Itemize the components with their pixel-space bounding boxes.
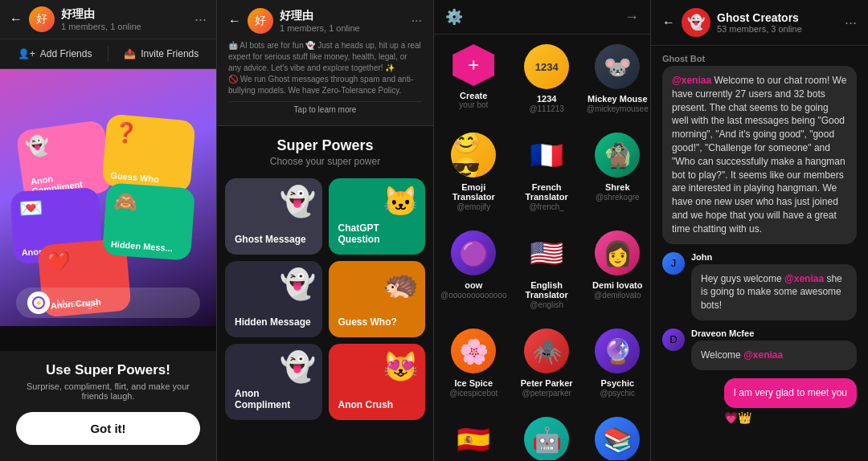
group-members: 53 members, 3 online	[717, 24, 838, 34]
hidden-message-card[interactable]: 👻 Hidden Message	[225, 261, 322, 337]
bot-item-peterparker[interactable]: 🕷️ Peter Parker @peterparker	[513, 319, 579, 407]
bot-item-icespice[interactable]: 🌸 Ice Spice @icespicebot	[434, 319, 513, 407]
ghost-icon: 👻	[280, 185, 316, 218]
card-label: ChatGPT Question	[338, 222, 416, 245]
bot-name: Psychic	[600, 378, 634, 388]
bot-handle: @icespicebot	[449, 389, 497, 398]
bot-item-emoji[interactable]: 😊😎 Emoji Translator @emojify	[434, 123, 513, 221]
super-powers-title: Super Powers	[225, 137, 425, 154]
chat-members: 1 members, 1 online	[61, 22, 188, 31]
card-icon: 🙈	[113, 190, 139, 214]
create-bot-item[interactable]: + Create your bot	[434, 35, 513, 123]
bot-item-psychic[interactable]: 🔮 Psychic @psychic	[580, 319, 650, 407]
bot-item-mickey[interactable]: 🐭 Mickey Mouse @mickeymousee	[580, 35, 650, 123]
card-label: Anon Crush	[338, 399, 416, 410]
ghost-message-card[interactable]: 👻 Ghost Message	[225, 178, 322, 255]
card-icon: 💌	[18, 197, 43, 221]
guess-who-card[interactable]: ❓ Guess Who	[101, 113, 195, 193]
message-item: Ghost Bot @xeniaa Welcome to our chat ro…	[662, 54, 857, 244]
bolt-icon: ⚡	[32, 296, 45, 309]
create-hex-button[interactable]: +	[452, 44, 494, 86]
bot-item-studybuddy[interactable]: 📚 Study Buddy @studybuddy	[580, 407, 650, 460]
create-sublabel: your bot	[459, 100, 488, 109]
message-bubble: Hey guys welcome @xeniaa she is going to…	[691, 264, 857, 320]
message-bubble: @xeniaa Welcome to our chat room! We hav…	[662, 66, 857, 244]
bot-grid: + Create your bot 1234 1234 @111213 🐭 Mi…	[434, 35, 650, 460]
back-button[interactable]: ←	[228, 14, 241, 28]
super-power-subtitle: Surprise, compliment, flirt, and make yo…	[16, 381, 200, 401]
back-button[interactable]: ←	[662, 15, 675, 30]
bot-item-shrek[interactable]: 🧌 Shrek @shrekogre	[580, 123, 650, 221]
bot-name: Mickey Mouse	[588, 94, 648, 104]
power-icon: ⚡	[27, 292, 50, 314]
message-avatar: D	[662, 328, 685, 351]
hidden-message-card[interactable]: 🙈 Hidden Mess...	[102, 182, 195, 260]
bot-name: Peter Parker	[521, 378, 573, 388]
message-content: Draveon Mcfee Welcome @xeniaa	[691, 328, 857, 370]
panel2-header: ← 好 好理由 1 members, 1 online ··· 🤖 AI bot…	[217, 0, 433, 126]
bot-name: Demi lovato	[592, 280, 642, 290]
message-item-sent: I am very glad to meet you 💗👑	[662, 378, 857, 424]
card-icon: ❤️	[46, 249, 72, 274]
card-icon: ❓	[113, 120, 139, 145]
super-power-footer: Use Super Powers! Surprise, compliment, …	[0, 351, 216, 461]
bot-item-gpt35[interactable]: 🤖 GPT3.5 @gpt35	[513, 407, 579, 460]
chatgpt-card[interactable]: 🐱 ChatGPT Question	[329, 178, 426, 255]
tap-to-learn-link[interactable]: Tap to learn more	[228, 101, 422, 117]
bot-name: 1234	[537, 94, 556, 104]
bot-handle: @demilovato	[594, 291, 641, 300]
panel-ghost-creators-chat: ← 👻 Ghost Creators 53 members, 3 online …	[651, 0, 868, 461]
bot-avatar: 1234	[524, 44, 569, 89]
super-power-title: Use Super Powers!	[16, 362, 200, 378]
create-label: Create	[460, 91, 487, 100]
super-powers-panel: Super Powers Choose your super power 👻 G…	[217, 126, 433, 431]
more-icon[interactable]: ···	[194, 11, 207, 28]
card-label: Hidden Mess...	[111, 239, 174, 253]
avatar: 好	[29, 6, 55, 32]
more-icon[interactable]: ···	[411, 14, 422, 28]
bot-item-french[interactable]: 🇫🇷 French Translator @french_	[513, 123, 579, 221]
avatar: 好	[248, 8, 273, 34]
bot-name: Emoji Translator	[440, 182, 506, 202]
invite-friends-button[interactable]: 📤 Invite Friends	[124, 48, 199, 59]
settings-icon[interactable]: ⚙️	[445, 8, 463, 26]
panel-superpowers-intro: ← 好 好理由 1 members, 1 online ··· 👤+ Add F…	[0, 0, 217, 461]
message-sender: Draveon Mcfee	[691, 328, 857, 338]
card-label: Guess Who?	[338, 316, 416, 328]
message-avatar: J	[662, 252, 685, 275]
bot-item-oow[interactable]: 🟣 oow @ooooooooooooo	[434, 221, 513, 319]
bot-item-english[interactable]: 🇺🇸 English Translator @english	[513, 221, 579, 319]
card-label: Hidden Message	[235, 316, 313, 328]
got-it-button[interactable]: Got it!	[16, 412, 200, 445]
message-input-bar[interactable]: ⚡ Message	[16, 288, 200, 318]
bot-handle: @ooooooooooooo	[440, 291, 506, 300]
forward-icon[interactable]: →	[624, 9, 639, 26]
anon-compliment-card[interactable]: 👻 Anon Compliment	[225, 344, 322, 420]
add-friends-button[interactable]: 👤+ Add Friends	[18, 48, 92, 59]
panel4-header: ← 👻 Ghost Creators 53 members, 3 online …	[651, 0, 868, 46]
guess-who-card[interactable]: 🦔 Guess Who?	[329, 261, 426, 337]
add-friends-icon: 👤+	[18, 48, 35, 59]
more-icon[interactable]: ···	[845, 14, 857, 31]
header-title-group: Ghost Creators 53 members, 3 online	[717, 11, 838, 34]
bot-avatar: 📚	[595, 417, 640, 460]
bot-avatar: 🧌	[595, 133, 640, 177]
chat-messages: Ghost Bot @xeniaa Welcome to our chat ro…	[651, 46, 868, 431]
super-powers-subtitle: Choose your super power	[225, 156, 425, 167]
bot-avatar: 🇪🇸	[451, 417, 496, 460]
message-content: John Hey guys welcome @xeniaa she is goi…	[691, 252, 857, 320]
header-title-group: 好理由 1 members, 1 online	[280, 9, 405, 33]
bot-item-1234[interactable]: 1234 1234 @111213	[513, 35, 579, 123]
bot-item-demi[interactable]: 👩 Demi lovato @demilovato	[580, 221, 650, 319]
bot-item-spanish[interactable]: 🇪🇸 Spanish Translator @spanish_	[434, 407, 513, 460]
back-icon[interactable]: ←	[10, 12, 23, 27]
bot-avatar: 🕷️	[524, 328, 569, 373]
panel-super-powers-menu: ← 好 好理由 1 members, 1 online ··· 🤖 AI bot…	[217, 0, 434, 461]
message-bubble: Welcome @xeniaa	[691, 341, 857, 370]
bot-handle: @111213	[529, 104, 564, 113]
anon-crush-card[interactable]: 😻 Anon Crush	[329, 344, 426, 420]
message-reactions: 💗👑	[724, 411, 857, 424]
message-preview: 🤖 AI bots are for fun 👻 Just a heads up,…	[228, 37, 422, 101]
header-top-row: ← 好 好理由 1 members, 1 online ···	[228, 8, 422, 34]
card-label: Anon Compliment	[235, 388, 313, 410]
